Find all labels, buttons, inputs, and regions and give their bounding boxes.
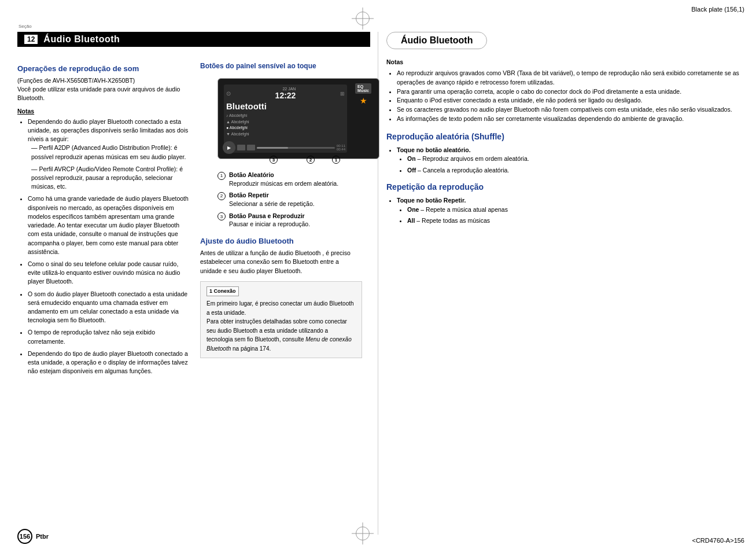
note-item: O tempo de reprodução talvez não seja ex…: [28, 328, 191, 345]
intro-text: (Funções de AVH-X5650BT/AVH-X2650BT) Voc…: [17, 76, 191, 103]
date-display: 22 JAN: [275, 87, 296, 91]
ajuste-intro: Antes de utilizar a função de áudio Blue…: [200, 249, 362, 275]
left-column: Seção 12 Áudio Bluetooth Operações de re…: [17, 32, 370, 380]
note-item: Dependendo do tipo de áudio player Bluet…: [28, 349, 191, 376]
crosshair-bottom: [356, 527, 370, 540]
time-codes: 00:11 00:44: [337, 144, 345, 151]
right-section-title: Áudio Bluetooth: [386, 32, 487, 49]
black-plate-label: Black plate (156,1): [691, 6, 744, 13]
btn-row-3: 3 Botão Pausa e ReproduzirPausar e inici…: [217, 212, 362, 229]
progress-fill: [257, 147, 288, 149]
note-item: Como há uma grande variedade de áudio pl…: [28, 194, 191, 256]
page-number-circle: 156: [17, 529, 32, 544]
notas-label-right: Notas: [386, 58, 739, 65]
ctrl-btn-1: [237, 145, 245, 150]
shuffle-heading: Reprodução aleatória (Shuffle): [386, 132, 739, 141]
right-note-item: Para garantir uma operação correta, acop…: [397, 87, 739, 97]
btn-circle-1: 1: [217, 172, 226, 180]
device-illustration: ⊙ 22 JAN 12:22 ⊞ Bluetootti ♪ Abcdefghi …: [217, 78, 379, 159]
annotation-2: 2: [307, 156, 315, 164]
left-header-wrap: Seção 12 Áudio Bluetooth: [17, 32, 370, 47]
secao-label: Seção: [19, 24, 32, 29]
notes-list-left: Dependendo do áudio player Bluetooth con…: [28, 117, 191, 376]
note-item: Como o sinal do seu telefone celular pod…: [28, 260, 191, 286]
right-note-item: Ao reproduzir arquivos gravados como VBR…: [397, 69, 739, 87]
btn-circle-2: 2: [217, 192, 226, 200]
shuffle-list: Toque no botão aleatório. On – Reproduz …: [397, 146, 739, 175]
right-note-item: Se os caracteres gravados no audio playe…: [397, 105, 739, 115]
btn-row-1: 1 Botão AleatórioReproduzir músicas em o…: [217, 171, 362, 187]
play-button: ▶: [223, 141, 235, 154]
lang-label: Ptbr: [36, 533, 49, 540]
track-list: ♪ Abcdefghi ▲ Abcdefghi ● Abcdefghi ▼ Ab…: [226, 113, 345, 137]
conexao-label: 1 Conexão: [206, 286, 239, 297]
right-note-item: Enquanto o iPod estiver conectado a esta…: [397, 96, 739, 105]
annotation-1: 1: [332, 156, 340, 164]
repeat-sub-all: All – Repete todas as músicas: [407, 216, 739, 226]
screen-top-bar: ⊙ 22 JAN 12:22 ⊞: [226, 87, 345, 100]
note-item: Dependendo do áudio player Bluetooth con…: [28, 117, 191, 192]
conexao-box: 1 Conexão Em primeiro lugar, é preciso c…: [200, 281, 362, 359]
right-header-row: Áudio Bluetooth: [386, 32, 739, 49]
extra-controls: [237, 145, 255, 150]
device-right-panel: EQMusic ★: [351, 83, 376, 154]
annotation-row: 3 2 1: [270, 156, 340, 164]
bt-label: Bluetootti: [226, 101, 345, 111]
shuffle-item: Toque no botão aleatório. On – Reproduz …: [397, 146, 739, 175]
bottom-right-code: <CRD4760-A>156: [692, 537, 744, 544]
note-item: O som do áudio player Bluetooth conectad…: [28, 290, 191, 325]
repeat-sub-one: One – Repete a música atual apenas: [407, 205, 739, 215]
shuffle-sub-off: Off – Cancela a reprodução aleatória.: [407, 166, 739, 175]
button-labels: 1 Botão AleatórioReproduzir músicas em o…: [217, 171, 362, 229]
crosshair-top: [356, 12, 370, 25]
btn-text-3: Botão Pausa e ReproduzirPausar e iniciar…: [229, 212, 310, 229]
note-sub-item: Perfil AVRCP (Audio/Video Remote Control…: [31, 165, 191, 192]
repeat-item: Toque no botão Repetir. One – Repete a m…: [397, 196, 739, 226]
bottom-left: 156 Ptbr: [17, 529, 49, 544]
ajuste-heading: Ajuste do áudio Bluetooth: [200, 237, 362, 245]
eq-button: EQMusic: [355, 83, 371, 94]
right-note-item: As informações de texto podem não ser co…: [397, 115, 739, 124]
conexao-text: Em primeiro lugar, é preciso conectar um…: [206, 299, 356, 353]
annotation-3: 3: [270, 156, 278, 164]
notas-label-left: Notas: [17, 108, 191, 115]
shuffle-sub-on: On – Reproduz arquivos em ordem aleatóri…: [407, 154, 739, 164]
btn-circle-3: 3: [217, 212, 226, 220]
btn-text-2: Botão RepetirSelecionar a série de repet…: [229, 191, 315, 208]
section-number: 12: [24, 35, 38, 44]
progress-track: [257, 147, 335, 149]
heading-operacoes: Operações de reprodução de som: [17, 64, 191, 73]
right-notes-list: Ao reproduzir arquivos gravados como VBR…: [397, 69, 739, 124]
star-icon: ★: [360, 96, 367, 105]
ctrl-btn-2: [247, 145, 255, 150]
section-header-bar: 12 Áudio Bluetooth: [17, 32, 370, 47]
time-display: 12:22: [275, 91, 296, 100]
right-column: Áudio Bluetooth Notas Ao reproduzir arqu…: [386, 32, 739, 228]
btn-row-2: 2 Botão RepetirSelecionar a série de rep…: [217, 191, 362, 208]
repeat-list: Toque no botão Repetir. One – Repete a m…: [397, 196, 739, 226]
device-controls: ▶ 00:11 00:44: [223, 141, 345, 154]
repeat-heading: Repetição da reprodução: [386, 182, 739, 192]
left-section-title: Áudio Bluetooth: [43, 34, 120, 45]
heading-touchpanel: Botões do painel sensível ao toque: [200, 62, 362, 70]
note-sub-item: Perfil A2DP (Advanced Audio Distribution…: [31, 143, 191, 161]
btn-text-1: Botão AleatórioReproduzir músicas em ord…: [229, 171, 338, 187]
